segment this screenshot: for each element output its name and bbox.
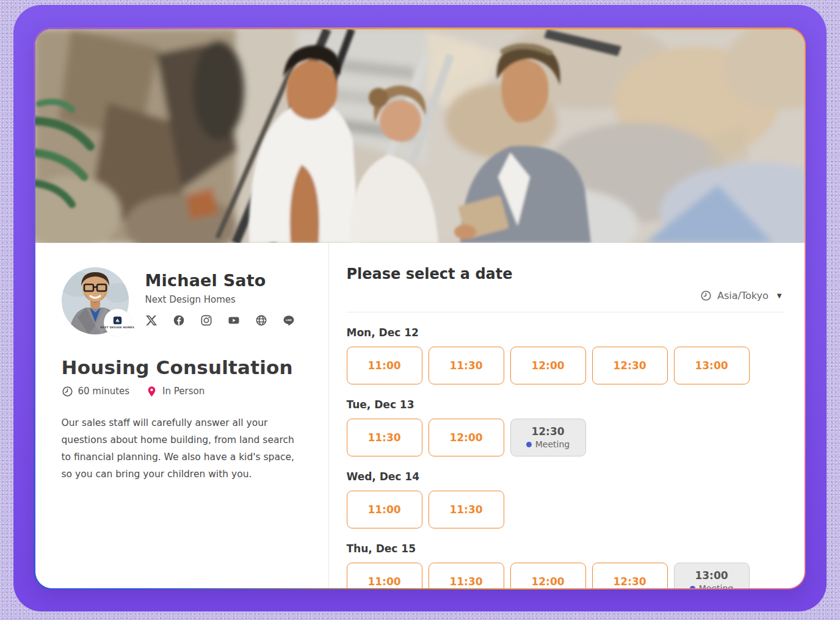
time-slot-button[interactable]: 12:00 [510, 347, 586, 384]
timezone-row: Asia/Tokyo ▼ [347, 287, 783, 304]
slot-status: Meeting [690, 583, 733, 588]
slot-time: 12:30 [531, 425, 564, 438]
slot-time: 12:30 [613, 359, 646, 372]
day-section: Mon, Dec 1211:0011:3012:0012:3013:00 [347, 326, 783, 384]
slot-time: 11:30 [449, 359, 482, 372]
slot-row: 11:0011:3012:0012:3013:00 [347, 347, 783, 384]
time-slot-button[interactable]: 11:00 [347, 563, 422, 588]
company-logo-badge: NEXT DESIGN HOMES [104, 309, 131, 336]
event-title: Housing Consultation [62, 356, 306, 378]
day-label: Tue, Dec 13 [347, 398, 783, 411]
clock-icon [62, 386, 73, 397]
time-slot-button[interactable]: 12:30 [592, 347, 668, 384]
slot-time: 11:30 [368, 431, 400, 444]
timezone-clock-icon [700, 290, 712, 301]
slot-time: 11:00 [368, 503, 400, 516]
time-slot-button[interactable]: 11:00 [347, 347, 422, 384]
slot-time: 12:30 [613, 575, 646, 588]
slot-time: 11:30 [449, 575, 482, 588]
slot-row: 11:3012:0012:30Meeting [347, 419, 783, 456]
avatar: NEXT DESIGN HOMES [62, 267, 129, 334]
location-meta: In Person [146, 386, 205, 397]
card-body: NEXT DESIGN HOMES Michael Sato Next Desi… [35, 243, 805, 588]
youtube-icon[interactable] [228, 314, 240, 326]
chevron-down-icon: ▼ [777, 292, 782, 299]
scheduler-panel: Please select a date Asia/Tokyo ▼ [329, 243, 805, 588]
slot-time: 12:00 [449, 431, 482, 444]
event-info-panel: NEXT DESIGN HOMES Michael Sato Next Desi… [35, 243, 329, 588]
facebook-icon[interactable] [173, 314, 185, 326]
website-icon[interactable] [255, 314, 267, 326]
location-pin-icon [146, 386, 158, 397]
social-links: LINE [145, 314, 295, 326]
time-slot-button[interactable]: 13:00 [674, 347, 750, 384]
time-slot-button[interactable]: 12:00 [429, 419, 504, 456]
meeting-dot-icon [690, 586, 695, 588]
day-list: Mon, Dec 1211:0011:3012:0012:3013:00Tue,… [347, 326, 783, 588]
day-label: Mon, Dec 12 [347, 326, 783, 339]
day-section: Wed, Dec 1411:0011:30 [347, 470, 783, 528]
location-label: In Person [162, 386, 205, 397]
company-badge-label: NEXT DESIGN HOMES [100, 326, 134, 329]
meeting-dot-icon [526, 442, 532, 447]
day-label: Thu, Dec 15 [347, 542, 783, 555]
host-name: Michael Sato [145, 271, 295, 290]
card-gradient-border: NEXT DESIGN HOMES Michael Sato Next Desi… [34, 27, 806, 589]
time-slot-button[interactable]: 12:00 [510, 563, 586, 588]
duration-label: 60 minutes [78, 386, 130, 397]
host-info: Michael Sato Next Design Homes LINE [145, 267, 295, 326]
booking-card: NEXT DESIGN HOMES Michael Sato Next Desi… [35, 29, 805, 588]
slot-time: 12:00 [531, 575, 564, 588]
timezone-selector[interactable]: Asia/Tokyo ▼ [699, 287, 783, 304]
time-slot-button[interactable]: 11:30 [429, 491, 504, 528]
company-house-icon [112, 316, 123, 325]
slot-row: 11:0011:30 [347, 491, 783, 528]
page-background: NEXT DESIGN HOMES Michael Sato Next Desi… [0, 0, 840, 620]
time-slot-button[interactable]: 12:30 [592, 563, 668, 588]
slot-time: 13:00 [695, 569, 728, 582]
hero-image [35, 29, 805, 243]
slot-status: Meeting [526, 439, 570, 449]
slot-status-label: Meeting [535, 439, 570, 449]
duration-meta: 60 minutes [62, 386, 130, 397]
x-icon[interactable] [145, 314, 158, 326]
slot-time: 11:00 [368, 359, 400, 372]
event-meta: 60 minutes In Person [62, 386, 306, 397]
day-section: Thu, Dec 1511:0011:3012:0012:3013:00Meet… [347, 542, 783, 588]
time-slot-button[interactable]: 11:30 [347, 419, 422, 456]
day-label: Wed, Dec 14 [347, 470, 783, 483]
slot-time: 12:00 [531, 359, 564, 372]
time-slot-button[interactable]: 11:30 [429, 563, 504, 588]
line-icon[interactable]: LINE [283, 314, 295, 326]
scheduler-title: Please select a date [347, 265, 783, 283]
slot-status-label: Meeting [699, 583, 733, 588]
time-slot-button[interactable]: 11:30 [429, 347, 504, 384]
timezone-label: Asia/Tokyo [717, 290, 769, 301]
svg-text:LINE: LINE [286, 319, 292, 322]
instagram-icon[interactable] [200, 314, 212, 326]
time-slot-button: 12:30Meeting [510, 419, 586, 456]
slot-time: 11:00 [368, 575, 400, 588]
slot-row: 11:0011:3012:0012:3013:00Meeting [347, 563, 783, 588]
time-slot-button[interactable]: 11:00 [347, 491, 422, 528]
booking-widget-frame: NEXT DESIGN HOMES Michael Sato Next Desi… [13, 5, 827, 611]
slot-time: 13:00 [695, 359, 728, 372]
time-slot-button: 13:00Meeting [674, 563, 750, 588]
host-profile: NEXT DESIGN HOMES Michael Sato Next Desi… [62, 267, 306, 334]
day-section: Tue, Dec 1311:3012:0012:30Meeting [347, 398, 783, 456]
scheduler-divider [347, 312, 783, 312]
company-name: Next Design Homes [145, 294, 295, 305]
event-description: Our sales staff will carefully answer al… [62, 414, 306, 483]
slot-time: 11:30 [449, 503, 482, 516]
